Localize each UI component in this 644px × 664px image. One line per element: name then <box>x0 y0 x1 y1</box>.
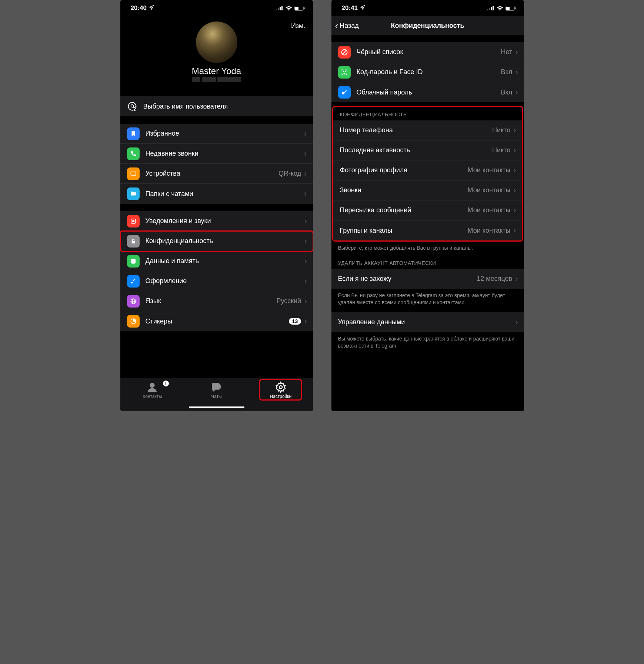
chevron-icon: › <box>304 276 307 286</box>
edit-button[interactable]: Изм. <box>291 22 306 30</box>
row-username[interactable]: Выбрать имя пользователя <box>120 96 313 116</box>
row-label: Звонки <box>340 186 468 194</box>
security-group: Чёрный список Нет › Код-пароль и Face ID… <box>331 42 524 102</box>
stickers-icon <box>127 315 140 328</box>
row-value: Мои контакты <box>468 166 511 174</box>
row-label: Управление данными <box>338 318 515 326</box>
row-label: Если я не захожу <box>338 275 477 283</box>
tab-label: Настройки <box>270 394 291 399</box>
chevron-icon: › <box>304 189 307 199</box>
row-groups[interactable]: Группы и каналы Мои контакты › <box>333 220 522 240</box>
row-privacy[interactable]: Конфиденциальность › <box>120 231 313 251</box>
svg-rect-2 <box>280 7 281 10</box>
row-chat-folders[interactable]: Папки с чатами › <box>120 184 313 204</box>
privacy-group-highlighted: КОНФИДЕНЦИАЛЬНОСТЬ Номер телефона Никто … <box>332 106 523 242</box>
svg-rect-26 <box>493 6 494 10</box>
home-indicator[interactable] <box>189 406 244 408</box>
right-screenshot: 20:41 ‹ Назад Конфиденциальность Чёрный … <box>331 0 524 411</box>
nav-bar: ‹ Назад Конфиденциальность <box>331 16 524 35</box>
status-icons <box>276 6 305 11</box>
row-label: Уведомления и звуки <box>146 217 304 225</box>
signal-icon <box>276 6 283 10</box>
svg-point-21 <box>150 383 154 388</box>
row-value: Мои контакты <box>468 227 511 235</box>
tab-label: Чаты <box>211 394 222 399</box>
storage-icon <box>127 255 140 268</box>
chevron-icon: › <box>513 206 516 215</box>
chevron-icon: › <box>515 274 518 284</box>
profile-header: Изм. Master Yoda <box>120 16 313 89</box>
chevron-icon: › <box>513 126 516 135</box>
chevron-icon: › <box>515 318 518 327</box>
svg-point-8 <box>131 104 133 107</box>
svg-rect-29 <box>515 7 516 9</box>
row-value: Мои контакты <box>468 206 511 214</box>
wifi-icon <box>497 6 503 11</box>
battery-icon <box>294 6 305 11</box>
privacy-content: Чёрный список Нет › Код-пароль и Face ID… <box>331 35 524 411</box>
avatar[interactable] <box>196 21 237 63</box>
row-last-seen[interactable]: Последняя активность Никто › <box>333 140 522 160</box>
svg-rect-28 <box>506 7 510 10</box>
chevron-icon: › <box>515 47 518 57</box>
row-profile-photo[interactable]: Фотография профиля Мои контакты › <box>333 160 522 180</box>
settings-group-1: Избранное › Недавние звонки › Устройства… <box>120 124 313 204</box>
svg-rect-1 <box>278 8 279 10</box>
wifi-icon <box>286 6 292 11</box>
page-title: Конфиденциальность <box>391 22 464 30</box>
row-autodelete[interactable]: Если я не захожу 12 месяцев › <box>331 269 524 289</box>
row-label: Чёрный список <box>357 48 501 56</box>
row-passcode[interactable]: Код-пароль и Face ID Вкл › <box>331 62 524 82</box>
row-label: Последняя активность <box>340 146 492 154</box>
row-label: Фотография профиля <box>340 166 468 174</box>
row-label: Группы и каналы <box>340 227 468 235</box>
row-value: Никто <box>492 126 510 134</box>
row-value: QR-код <box>278 170 301 177</box>
row-language[interactable]: Язык Русский › <box>120 291 313 311</box>
privacy-footer: Выберите, кто может добавлять Вас в груп… <box>331 242 524 254</box>
row-forwarding[interactable]: Пересылка сообщений Мои контакты › <box>333 200 522 220</box>
row-notifications[interactable]: Уведомления и звуки › <box>120 211 313 231</box>
row-recent-calls[interactable]: Недавние звонки › <box>120 144 313 164</box>
row-devices[interactable]: Устройства QR-код › <box>120 164 313 184</box>
row-label: Пересылка сообщений <box>340 206 468 214</box>
row-value: Нет <box>501 48 513 56</box>
row-label: Папки с чатами <box>146 190 304 198</box>
svg-rect-11 <box>131 172 136 175</box>
status-time: 20:40 <box>131 4 147 12</box>
row-favorites[interactable]: Избранное › <box>120 124 313 144</box>
tab-label: Контакты <box>143 394 162 399</box>
bookmark-icon <box>127 127 140 140</box>
back-button[interactable]: ‹ Назад <box>335 20 359 31</box>
svg-rect-3 <box>281 6 283 10</box>
svg-rect-25 <box>491 7 492 10</box>
row-appearance[interactable]: Оформление › <box>120 271 313 291</box>
row-cloud-password[interactable]: Облачный пароль Вкл › <box>331 82 524 102</box>
row-label: Стикеры <box>146 318 289 325</box>
status-bar: 20:41 <box>331 0 524 16</box>
svg-rect-5 <box>295 7 298 10</box>
row-blocklist[interactable]: Чёрный список Нет › <box>331 42 524 62</box>
globe-icon <box>127 295 140 308</box>
svg-point-33 <box>345 71 346 72</box>
row-phone-number[interactable]: Номер телефона Никто › <box>333 120 522 140</box>
svg-point-22 <box>279 386 282 389</box>
chevron-icon: › <box>513 226 516 235</box>
tab-settings[interactable]: Настройки <box>248 381 313 399</box>
chevron-icon: › <box>515 67 518 77</box>
svg-line-31 <box>343 50 346 54</box>
chevron-icon: › <box>304 149 307 159</box>
notifications-icon <box>127 215 140 228</box>
row-calls[interactable]: Звонки Мои контакты › <box>333 180 522 200</box>
tab-contacts[interactable]: ! Контакты <box>120 381 184 399</box>
svg-rect-6 <box>304 7 305 9</box>
chevron-icon: › <box>304 296 307 306</box>
tab-chats[interactable]: Чаты <box>184 381 248 399</box>
row-stickers[interactable]: Стикеры 13 › <box>120 311 313 331</box>
row-data-management[interactable]: Управление данными › <box>331 312 524 332</box>
row-data-storage[interactable]: Данные и память › <box>120 251 313 271</box>
chevron-icon: › <box>304 129 307 139</box>
row-label: Облачный пароль <box>357 89 501 96</box>
row-value: Русский <box>276 297 301 305</box>
svg-rect-23 <box>487 9 488 10</box>
